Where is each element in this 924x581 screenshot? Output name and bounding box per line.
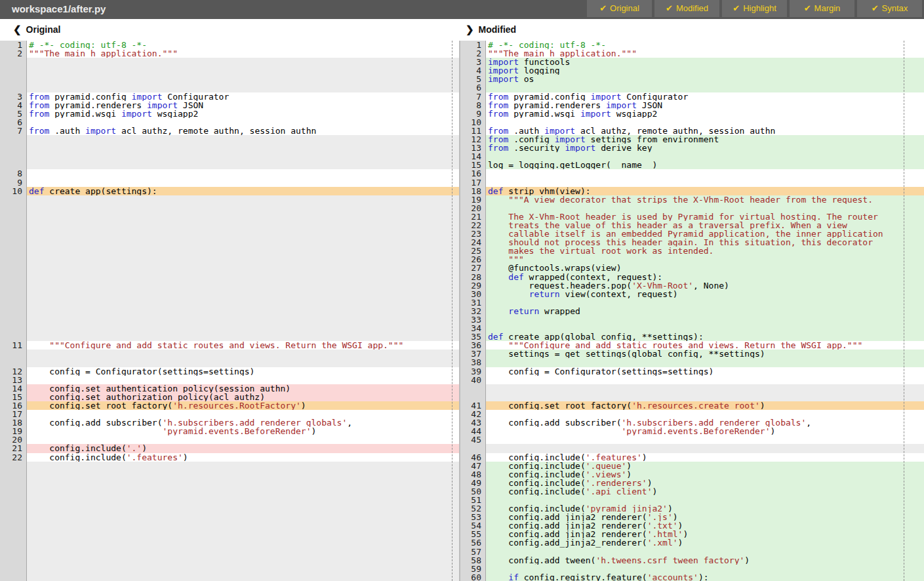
- chevron-right-icon: ❯: [466, 24, 474, 35]
- code-line[interactable]: from .security import derive_key: [486, 144, 924, 152]
- code-line[interactable]: config.set_root_factory('h.resources.Roo…: [27, 401, 459, 410]
- line-number: 5: [459, 75, 486, 83]
- code-line[interactable]: return wrapped: [486, 307, 924, 315]
- code-line[interactable]: config = Configurator(settings=settings): [27, 367, 459, 376]
- code-row: [0, 66, 459, 75]
- toolbar-button-modified[interactable]: ✔Modified: [654, 0, 719, 17]
- line-number: 39: [459, 367, 486, 376]
- code-line[interactable]: config.add_jinja2_renderer('.xml'): [486, 538, 924, 547]
- code-row: 37 settings = get_settings(global_config…: [459, 350, 924, 358]
- code-line[interactable]: """A view decorator that strips the X-Vh…: [486, 195, 924, 204]
- code-line[interactable]: from pyramid.wsgi import wsgiapp2: [486, 110, 924, 118]
- filler-line: [27, 204, 459, 212]
- line-number: 4: [0, 101, 27, 110]
- code-row: [0, 315, 459, 324]
- filler-line: [27, 264, 459, 272]
- filler-line: [27, 195, 459, 204]
- code-line[interactable]: return view(context, request): [486, 290, 924, 298]
- filler-line: [27, 281, 459, 290]
- line-number: 15: [0, 393, 27, 401]
- line-number: 49: [459, 479, 486, 487]
- line-number: [0, 135, 27, 144]
- line-number: 57: [459, 548, 486, 556]
- code-row: [0, 538, 459, 547]
- checkmark-icon: ✔: [599, 3, 607, 13]
- code-row: [0, 161, 459, 169]
- filler-line: [27, 247, 459, 255]
- code-row: [0, 247, 459, 255]
- margin-guide-line-modified: [904, 41, 904, 581]
- toolbar-button-margin[interactable]: ✔Margin: [790, 0, 854, 17]
- filler-line: [27, 513, 459, 521]
- checkmark-icon: ✔: [804, 3, 811, 13]
- code-line[interactable]: [486, 315, 924, 324]
- code-row: 25 makes the virtual root work as intend…: [459, 247, 924, 255]
- code-row: 15log = logging.getLogger(__name__): [459, 161, 924, 169]
- code-line[interactable]: settings = get_settings(global_config, *…: [486, 350, 924, 358]
- code-row: 10def create_app(settings):: [0, 187, 459, 195]
- line-number: [0, 204, 27, 212]
- window-title: workspace1/after.py: [12, 3, 106, 14]
- line-number: [0, 83, 27, 92]
- line-number: [0, 538, 27, 547]
- code-line[interactable]: from .auth import acl_authz, remote_auth…: [27, 127, 459, 135]
- code-line[interactable]: config.set_root_factory('h.resources.cre…: [486, 401, 924, 410]
- filler-line: [27, 315, 459, 324]
- code-line[interactable]: """The main h application.""": [27, 49, 459, 58]
- code-row: 32 return wrapped: [459, 307, 924, 315]
- code-line[interactable]: 'pyramid.events.BeforeRender'): [27, 427, 459, 435]
- code-row: [0, 479, 459, 487]
- code-line[interactable]: log = logging.getLogger(__name__): [486, 161, 924, 169]
- line-number: [0, 290, 27, 298]
- line-number: 18: [459, 187, 486, 195]
- code-row: [0, 264, 459, 272]
- line-number: [0, 462, 27, 470]
- line-number: [0, 58, 27, 66]
- line-number: [0, 255, 27, 264]
- code-line[interactable]: config.add_tween('h.tweens.csrf_tween_fa…: [486, 556, 924, 565]
- code-line[interactable]: def create_app(settings):: [27, 187, 459, 195]
- code-line[interactable]: config = Configurator(settings=settings): [486, 367, 924, 376]
- line-number: [0, 513, 27, 521]
- line-number: 1: [0, 41, 27, 49]
- line-number: 28: [459, 273, 486, 281]
- line-number: [0, 195, 27, 204]
- code-line[interactable]: config.include('.api_client'): [486, 487, 924, 496]
- code-line[interactable]: import os: [486, 75, 924, 83]
- line-number: [0, 470, 27, 479]
- code-row: [0, 273, 459, 281]
- code-line[interactable]: import logging: [486, 66, 924, 75]
- filler-line: [27, 573, 459, 581]
- toolbar-button-original[interactable]: ✔Original: [587, 0, 652, 17]
- code-line[interactable]: 'pyramid.events.BeforeRender'): [486, 427, 924, 435]
- line-number: [0, 530, 27, 538]
- code-line[interactable]: [486, 435, 924, 444]
- code-line[interactable]: config.include('.features'): [27, 453, 459, 462]
- filler-line: [27, 75, 459, 83]
- filler-line: [27, 565, 459, 573]
- code-row: [0, 212, 459, 221]
- code-line[interactable]: from pyramid.wsgi import wsgiapp2: [27, 110, 459, 118]
- line-number: 29: [459, 281, 486, 290]
- line-number: [0, 548, 27, 556]
- code-row: 19 'pyramid.events.BeforeRender'): [0, 427, 459, 435]
- line-number: 17: [459, 178, 486, 187]
- code-row: 16: [459, 169, 924, 178]
- line-number: [0, 315, 27, 324]
- code-row: 11 """Configure and add static routes an…: [0, 341, 459, 350]
- line-number: 58: [459, 556, 486, 565]
- toolbar-button-syntax[interactable]: ✔Syntax: [857, 0, 922, 17]
- toolbar-button-highlight[interactable]: ✔Highlight: [722, 0, 787, 17]
- code-line[interactable]: [486, 169, 924, 178]
- code-line[interactable]: makes the virtual root work as intended.: [486, 247, 924, 255]
- code-line[interactable]: """Configure and add static routes and v…: [27, 341, 459, 350]
- code-line[interactable]: [27, 169, 459, 178]
- code-row: 9from pyramid.wsgi import wsgiapp2: [459, 110, 924, 118]
- code-line[interactable]: [486, 376, 924, 384]
- line-number: 3: [459, 58, 486, 66]
- line-number: [0, 556, 27, 565]
- code-row: [0, 58, 459, 66]
- pane-header-original: ❮Original: [13, 24, 60, 35]
- code-line[interactable]: if config.registry.feature('accounts'):: [486, 573, 924, 581]
- line-number: [0, 75, 27, 83]
